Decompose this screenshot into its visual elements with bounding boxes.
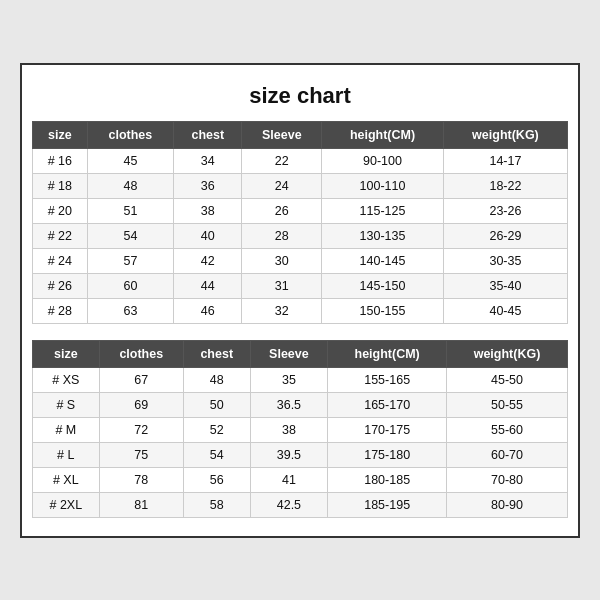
table1-cell-r0-c1: 45 bbox=[87, 148, 174, 173]
table2-cell-r1-c4: 165-170 bbox=[328, 392, 447, 417]
table1-header-size: size bbox=[33, 121, 88, 148]
table2-cell-r2-c2: 52 bbox=[183, 417, 250, 442]
table2-header-size: size bbox=[33, 340, 100, 367]
table1-cell-r5-c1: 60 bbox=[87, 273, 174, 298]
table2-cell-r5-c0: # 2XL bbox=[33, 492, 100, 517]
table2-cell-r2-c4: 170-175 bbox=[328, 417, 447, 442]
table2-cell-r2-c5: 55-60 bbox=[447, 417, 568, 442]
size-table-1: sizeclotheschestSleeveheight(CM)weight(K… bbox=[32, 121, 568, 324]
table1-cell-r5-c5: 35-40 bbox=[443, 273, 567, 298]
table1-cell-r3-c3: 28 bbox=[242, 223, 322, 248]
table2-cell-r5-c2: 58 bbox=[183, 492, 250, 517]
table-row: # 28634632150-15540-45 bbox=[33, 298, 568, 323]
table2-body: # XS674835155-16545-50# S695036.5165-170… bbox=[33, 367, 568, 517]
table1-cell-r6-c0: # 28 bbox=[33, 298, 88, 323]
table2-cell-r2-c0: # M bbox=[33, 417, 100, 442]
table2-cell-r4-c5: 70-80 bbox=[447, 467, 568, 492]
table1-cell-r5-c2: 44 bbox=[174, 273, 242, 298]
table2-cell-r3-c1: 75 bbox=[99, 442, 183, 467]
table1-cell-r6-c4: 150-155 bbox=[322, 298, 444, 323]
table2-cell-r4-c3: 41 bbox=[250, 467, 328, 492]
table2-cell-r1-c3: 36.5 bbox=[250, 392, 328, 417]
table1-cell-r5-c0: # 26 bbox=[33, 273, 88, 298]
table2-cell-r3-c2: 54 bbox=[183, 442, 250, 467]
table1-cell-r4-c1: 57 bbox=[87, 248, 174, 273]
table1-cell-r1-c3: 24 bbox=[242, 173, 322, 198]
table1-cell-r2-c2: 38 bbox=[174, 198, 242, 223]
table-section-2: sizeclotheschestSleeveheight(CM)weight(K… bbox=[32, 340, 568, 518]
chart-container: size chart sizeclotheschestSleeveheight(… bbox=[20, 63, 580, 538]
table1-cell-r1-c1: 48 bbox=[87, 173, 174, 198]
table1-cell-r3-c5: 26-29 bbox=[443, 223, 567, 248]
table1-cell-r1-c4: 100-110 bbox=[322, 173, 444, 198]
table1-cell-r3-c1: 54 bbox=[87, 223, 174, 248]
table1-cell-r5-c4: 145-150 bbox=[322, 273, 444, 298]
table2-cell-r4-c4: 180-185 bbox=[328, 467, 447, 492]
table2-cell-r4-c2: 56 bbox=[183, 467, 250, 492]
table2-cell-r4-c0: # XL bbox=[33, 467, 100, 492]
table1-cell-r3-c2: 40 bbox=[174, 223, 242, 248]
table1-header-chest: chest bbox=[174, 121, 242, 148]
table-row: # L755439.5175-18060-70 bbox=[33, 442, 568, 467]
table1-cell-r6-c1: 63 bbox=[87, 298, 174, 323]
table2-cell-r0-c5: 45-50 bbox=[447, 367, 568, 392]
table1-cell-r3-c4: 130-135 bbox=[322, 223, 444, 248]
table1-cell-r0-c5: 14-17 bbox=[443, 148, 567, 173]
table2-cell-r4-c1: 78 bbox=[99, 467, 183, 492]
table2-cell-r2-c1: 72 bbox=[99, 417, 183, 442]
table2-cell-r1-c0: # S bbox=[33, 392, 100, 417]
table1-cell-r4-c3: 30 bbox=[242, 248, 322, 273]
table1-cell-r4-c5: 30-35 bbox=[443, 248, 567, 273]
table1-cell-r6-c3: 32 bbox=[242, 298, 322, 323]
table2-cell-r5-c3: 42.5 bbox=[250, 492, 328, 517]
table1-cell-r4-c0: # 24 bbox=[33, 248, 88, 273]
table1-cell-r4-c2: 42 bbox=[174, 248, 242, 273]
table2-cell-r2-c3: 38 bbox=[250, 417, 328, 442]
table-section-1: sizeclotheschestSleeveheight(CM)weight(K… bbox=[32, 121, 568, 324]
table2-cell-r0-c1: 67 bbox=[99, 367, 183, 392]
table2-cell-r3-c5: 60-70 bbox=[447, 442, 568, 467]
table1-cell-r0-c2: 34 bbox=[174, 148, 242, 173]
table1-cell-r0-c4: 90-100 bbox=[322, 148, 444, 173]
table1-header-weight(KG): weight(KG) bbox=[443, 121, 567, 148]
table-row: # 2XL815842.5185-19580-90 bbox=[33, 492, 568, 517]
table1-cell-r2-c4: 115-125 bbox=[322, 198, 444, 223]
table2-cell-r5-c1: 81 bbox=[99, 492, 183, 517]
table2-cell-r3-c0: # L bbox=[33, 442, 100, 467]
table-row: # 18483624100-11018-22 bbox=[33, 173, 568, 198]
table2-header-height(CM): height(CM) bbox=[328, 340, 447, 367]
table2-cell-r1-c2: 50 bbox=[183, 392, 250, 417]
table-row: # M725238170-17555-60 bbox=[33, 417, 568, 442]
table1-header-Sleeve: Sleeve bbox=[242, 121, 322, 148]
table1-header-clothes: clothes bbox=[87, 121, 174, 148]
table1-cell-r5-c3: 31 bbox=[242, 273, 322, 298]
table2-header-row: sizeclotheschestSleeveheight(CM)weight(K… bbox=[33, 340, 568, 367]
table1-cell-r3-c0: # 22 bbox=[33, 223, 88, 248]
table-row: # S695036.5165-17050-55 bbox=[33, 392, 568, 417]
table2-cell-r3-c4: 175-180 bbox=[328, 442, 447, 467]
table2-cell-r5-c4: 185-195 bbox=[328, 492, 447, 517]
table2-cell-r3-c3: 39.5 bbox=[250, 442, 328, 467]
table-row: # XS674835155-16545-50 bbox=[33, 367, 568, 392]
table-row: # 20513826115-12523-26 bbox=[33, 198, 568, 223]
size-table-2: sizeclotheschestSleeveheight(CM)weight(K… bbox=[32, 340, 568, 518]
table1-cell-r2-c0: # 20 bbox=[33, 198, 88, 223]
table1-header-height(CM): height(CM) bbox=[322, 121, 444, 148]
table-row: # 1645342290-10014-17 bbox=[33, 148, 568, 173]
table1-cell-r2-c5: 23-26 bbox=[443, 198, 567, 223]
table1-header-row: sizeclotheschestSleeveheight(CM)weight(K… bbox=[33, 121, 568, 148]
table2-cell-r0-c4: 155-165 bbox=[328, 367, 447, 392]
table1-cell-r1-c0: # 18 bbox=[33, 173, 88, 198]
table-row: # 24574230140-14530-35 bbox=[33, 248, 568, 273]
table2-cell-r0-c3: 35 bbox=[250, 367, 328, 392]
table1-cell-r4-c4: 140-145 bbox=[322, 248, 444, 273]
table2-header-weight(KG): weight(KG) bbox=[447, 340, 568, 367]
table-row: # XL785641180-18570-80 bbox=[33, 467, 568, 492]
table1-cell-r6-c5: 40-45 bbox=[443, 298, 567, 323]
chart-title: size chart bbox=[32, 75, 568, 121]
table2-cell-r0-c2: 48 bbox=[183, 367, 250, 392]
table2-header-clothes: clothes bbox=[99, 340, 183, 367]
table1-cell-r2-c1: 51 bbox=[87, 198, 174, 223]
table-row: # 22544028130-13526-29 bbox=[33, 223, 568, 248]
table2-header-Sleeve: Sleeve bbox=[250, 340, 328, 367]
